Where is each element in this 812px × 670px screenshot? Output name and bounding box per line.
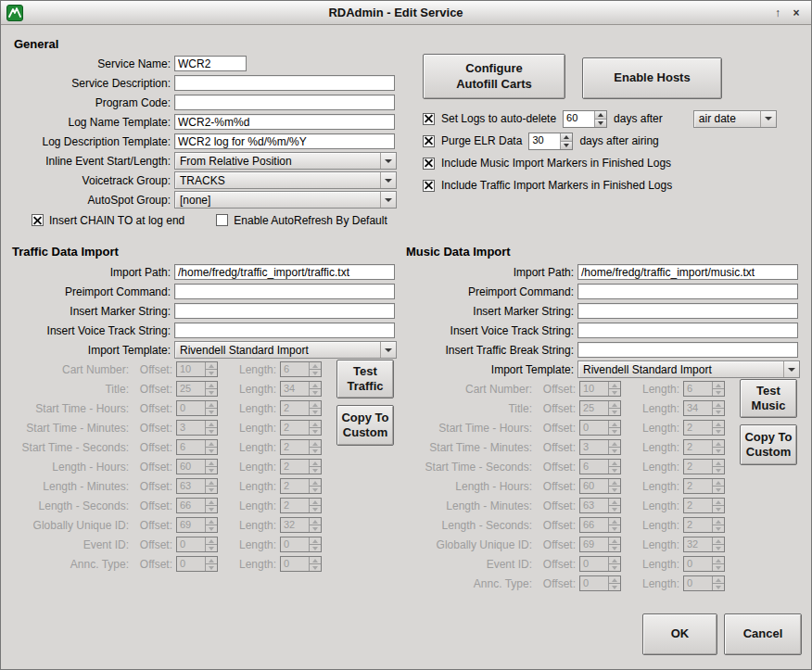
traffic-start-time-hours-offset-spinbox-arrows bbox=[205, 401, 217, 415]
set-logs-auto-delete-checkbox[interactable] bbox=[423, 113, 435, 125]
insert-chain-to-at-log-end-checkbox[interactable] bbox=[32, 214, 44, 226]
test-music-button[interactable]: Test Music bbox=[740, 379, 797, 418]
general-fields: Service Name:Service Description:Program… bbox=[6, 54, 397, 209]
music-title-length-spinbox-value: 34 bbox=[684, 401, 712, 415]
spin-down-button[interactable] bbox=[595, 120, 606, 127]
music-offset-row: Cart Number:Offset:10Length:6 bbox=[410, 379, 725, 398]
spin-down-button[interactable] bbox=[561, 142, 572, 149]
music-start-time-hours-offset-spinbox-arrows bbox=[608, 421, 620, 435]
edit-service-dialog: RDAdmin - Edit Service ↑ × General Servi… bbox=[0, 0, 812, 670]
music-copy-to-custom-button[interactable]: Copy To Custom bbox=[740, 424, 797, 465]
up-arrow-icon bbox=[209, 423, 214, 426]
auto-delete-row: Set Logs to auto-delete60days afterair d… bbox=[423, 107, 777, 130]
traffic-length-hours-length-spinbox-arrows bbox=[309, 460, 321, 474]
spin-up-button bbox=[206, 557, 217, 564]
music-offset-row: Start Time - Hours:Offset:0Length:2 bbox=[410, 418, 725, 437]
music-globally-unique-id-length-spinbox: 32 bbox=[683, 537, 725, 552]
down-arrow-icon bbox=[312, 391, 318, 395]
up-arrow-icon bbox=[209, 559, 214, 563]
traffic-length-minutes-offset-spinbox: 63 bbox=[176, 478, 218, 494]
general-voicetrack-group-combo[interactable]: TRACKS bbox=[174, 171, 397, 189]
music-insert-traffic-break-string-input[interactable] bbox=[577, 342, 798, 358]
general-log-name-template-input[interactable] bbox=[174, 114, 395, 130]
traffic-globally-unique-id-length-spinbox-value: 32 bbox=[281, 518, 309, 532]
music-title-offset-spinbox: 25 bbox=[579, 400, 621, 416]
down-arrow-icon bbox=[312, 488, 318, 492]
cancel-button[interactable]: Cancel bbox=[724, 613, 802, 655]
traffic-length-seconds-length-spinbox: 2 bbox=[280, 498, 322, 513]
general-program-code-input[interactable] bbox=[174, 95, 395, 110]
general-inline-event-start-length-combo[interactable]: From Relative Position bbox=[174, 152, 397, 170]
ok-button[interactable]: OK bbox=[642, 613, 717, 655]
include-traffic-import-markers-checkbox[interactable] bbox=[423, 180, 435, 192]
general-log-description-template-label: Log Description Template: bbox=[6, 135, 174, 148]
title-bar[interactable]: RDAdmin - Edit Service ↑ × bbox=[1, 1, 811, 25]
close-window-icon[interactable]: × bbox=[787, 5, 806, 21]
traffic-insert-marker-string-input[interactable] bbox=[174, 303, 395, 319]
general-service-name-input[interactable] bbox=[174, 56, 247, 71]
traffic-length-seconds-length-spinbox-value: 2 bbox=[281, 499, 309, 512]
music-cart-number-length-spinbox: 6 bbox=[683, 381, 725, 397]
music-event-id-label: Event ID: bbox=[410, 558, 536, 571]
music-import-path-input[interactable] bbox=[577, 264, 798, 280]
music-length-minutes-length-spinbox-arrows bbox=[712, 499, 724, 512]
spin-down-button bbox=[609, 584, 620, 590]
spin-up-button bbox=[713, 537, 724, 545]
traffic-start-time-minutes-length-spinbox-value: 2 bbox=[281, 421, 309, 435]
music-start-time-seconds-offset-spinbox-arrows bbox=[608, 460, 620, 474]
traffic-import-template-combo[interactable]: Rivendell Standard Import bbox=[174, 341, 397, 359]
down-arrow-icon bbox=[612, 411, 617, 414]
spin-up-button[interactable] bbox=[561, 133, 572, 142]
music-import-template-combo[interactable]: Rivendell Standard Import bbox=[577, 360, 800, 378]
traffic-copy-to-custom-button[interactable]: Copy To Custom bbox=[336, 405, 394, 446]
music-insert-marker-string-input[interactable] bbox=[577, 303, 798, 319]
music-start-time-seconds-offset-spinbox-value: 6 bbox=[580, 460, 608, 474]
traffic-import-path-input[interactable] bbox=[174, 264, 395, 280]
music-start-time-seconds-length-spinbox-arrows bbox=[712, 460, 724, 474]
music-length-hours-offset-spinbox-value: 60 bbox=[580, 479, 608, 493]
traffic-insert-voice-track-string-input[interactable] bbox=[174, 322, 395, 338]
music-offset-row: Title:Offset:25Length:34 bbox=[410, 398, 725, 418]
traffic-event-id-offset-spinbox: 0 bbox=[176, 537, 218, 552]
purge-elr-data-checkbox[interactable] bbox=[423, 135, 435, 147]
auto-delete-days-spinbox[interactable]: 60 bbox=[563, 110, 607, 128]
traffic-title-length-spinbox-value: 34 bbox=[281, 382, 309, 396]
music-start-time-seconds-length-spinbox: 2 bbox=[683, 459, 725, 474]
music-preimport-command-input[interactable] bbox=[577, 284, 798, 299]
up-arrow-icon bbox=[716, 461, 721, 465]
music-start-time-hours-length-spinbox-value: 2 bbox=[684, 421, 712, 435]
down-arrow-icon bbox=[716, 527, 721, 531]
general-autospot-group-combo[interactable]: [none] bbox=[174, 191, 397, 209]
spin-up-button[interactable] bbox=[595, 111, 606, 120]
traffic-title-offset-spinbox: 25 bbox=[176, 381, 218, 397]
music-length-seconds-length-spinbox: 2 bbox=[683, 517, 725, 533]
configure-autofill-carts-button[interactable]: Configure Autofill Carts bbox=[423, 54, 565, 99]
music-cart-number-length-spinbox-arrows bbox=[712, 382, 724, 396]
enable-hosts-button[interactable]: Enable Hosts bbox=[582, 57, 722, 99]
down-arrow-icon bbox=[312, 547, 318, 550]
music-title-length-spinbox: 34 bbox=[683, 400, 725, 416]
shade-window-icon[interactable]: ↑ bbox=[768, 5, 787, 21]
down-arrow-icon bbox=[312, 449, 318, 453]
up-arrow-icon bbox=[612, 500, 617, 504]
purge-elr-days-spinbox[interactable]: 30 bbox=[528, 133, 573, 150]
music-start-time-hours-offset-spinbox-value: 0 bbox=[580, 421, 608, 435]
purge-elr-days-spinbox-value: 30 bbox=[529, 133, 560, 149]
traffic-preimport-command-input[interactable] bbox=[174, 284, 395, 299]
traffic-annc-type-offset-spinbox: 0 bbox=[176, 556, 218, 572]
up-arrow-icon bbox=[612, 481, 617, 485]
include-music-import-markers-checkbox[interactable] bbox=[423, 158, 435, 170]
general-service-description-input[interactable] bbox=[174, 75, 395, 91]
insert-chain-to-at-log-end-group: Insert CHAIN TO at log end bbox=[32, 214, 184, 227]
music-insert-voice-track-string-input[interactable] bbox=[577, 322, 798, 338]
spin-down-button bbox=[206, 506, 217, 512]
music-length-minutes-length-spinbox: 2 bbox=[683, 498, 725, 513]
traffic-insert-marker-string-label: Insert Marker String: bbox=[6, 305, 174, 318]
enable-autorefresh-by-default-checkbox[interactable] bbox=[216, 214, 228, 226]
general-log-description-template-input[interactable] bbox=[174, 133, 395, 149]
test-traffic-button[interactable]: Test Traffic bbox=[336, 360, 394, 398]
traffic-offset-row: Start Time - Hours:Offset:0Length:2 bbox=[6, 398, 322, 418]
traffic-title-offset-spinbox-value: 25 bbox=[177, 382, 205, 396]
music-length-minutes-offset-spinbox-arrows bbox=[608, 499, 620, 512]
auto-delete-reference-combo[interactable]: air date bbox=[693, 110, 777, 128]
